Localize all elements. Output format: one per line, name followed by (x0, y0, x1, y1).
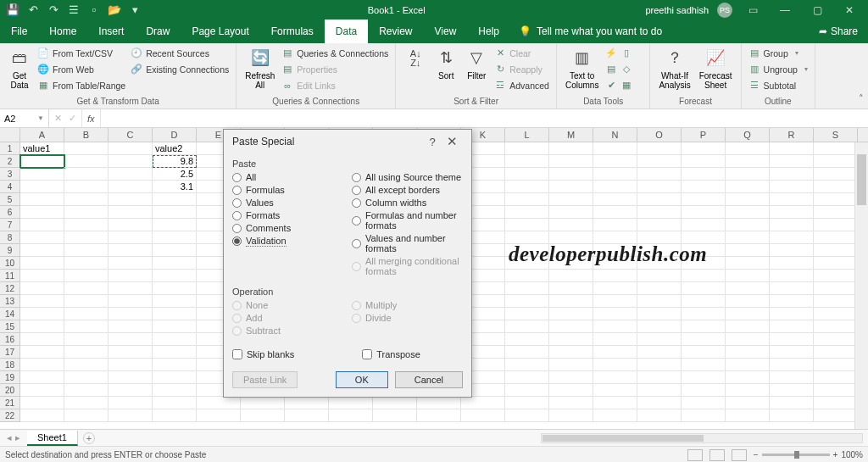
cell-D4[interactable]: 3.1 (153, 181, 197, 193)
row-header-15[interactable]: 15 (0, 320, 20, 333)
cell-S14[interactable] (814, 308, 858, 320)
cell-A12[interactable] (20, 282, 64, 295)
ribbon-options-icon[interactable]: ▭ (741, 3, 765, 18)
avatar[interactable]: PS (717, 3, 732, 18)
refresh-all-button[interactable]: 🔄Refresh All (243, 46, 276, 92)
cell-P18[interactable] (682, 359, 726, 371)
cell-R3[interactable] (770, 168, 814, 181)
cell-M11[interactable] (549, 270, 593, 282)
row-header-13[interactable]: 13 (0, 295, 20, 308)
fx-button[interactable]: fx (82, 109, 101, 127)
cell-D20[interactable] (153, 384, 197, 397)
cell-O9[interactable] (637, 244, 682, 257)
next-sheet-icon[interactable]: ▸ (15, 432, 20, 443)
sort-button[interactable]: ⇅Sort (433, 46, 459, 82)
cell-Q16[interactable] (726, 333, 770, 346)
cell-S9[interactable] (814, 244, 858, 257)
cell-H22[interactable] (329, 409, 373, 422)
cell-N5[interactable] (593, 193, 637, 206)
cell-M9[interactable] (549, 244, 593, 257)
cell-F21[interactable] (241, 397, 285, 409)
cell-Q8[interactable] (726, 231, 770, 244)
cell-O14[interactable] (637, 308, 682, 320)
cell-P21[interactable] (682, 397, 726, 409)
radio-comments[interactable]: Comments (232, 223, 343, 233)
cell-L2[interactable] (505, 155, 549, 168)
cell-P14[interactable] (682, 308, 726, 320)
existing-connections[interactable]: 🔗Existing Connections (131, 62, 229, 76)
row-header-14[interactable]: 14 (0, 308, 20, 320)
cell-B22[interactable] (64, 409, 108, 422)
cell-Q17[interactable] (726, 346, 770, 359)
cell-R2[interactable] (770, 155, 814, 168)
cell-S19[interactable] (814, 371, 858, 384)
cell-A2[interactable] (20, 155, 64, 168)
ok-button[interactable]: OK (336, 371, 388, 388)
cell-P10[interactable] (682, 257, 726, 270)
cell-Q21[interactable] (726, 397, 770, 409)
cell-O10[interactable] (637, 257, 682, 270)
cell-C10[interactable] (108, 257, 153, 270)
tab-help[interactable]: Help (467, 19, 510, 43)
cell-B15[interactable] (64, 320, 108, 333)
cell-P11[interactable] (682, 270, 726, 282)
cell-B9[interactable] (64, 244, 108, 257)
cell-S10[interactable] (814, 257, 858, 270)
cell-S20[interactable] (814, 384, 858, 397)
col-header-O[interactable]: O (637, 128, 682, 142)
cell-Q12[interactable] (726, 282, 770, 295)
close-icon[interactable]: ✕ (837, 3, 861, 18)
cell-O7[interactable] (637, 219, 682, 231)
formula-input[interactable] (101, 109, 868, 127)
recent-sources[interactable]: 🕘Recent Sources (131, 46, 229, 60)
cell-N13[interactable] (593, 295, 637, 308)
minimize-icon[interactable]: — (773, 3, 797, 18)
tab-page-layout[interactable]: Page Layout (181, 19, 259, 43)
cell-C1[interactable] (108, 142, 153, 155)
cell-L3[interactable] (505, 168, 549, 181)
col-header-B[interactable]: B (64, 128, 108, 142)
cell-L14[interactable] (505, 308, 549, 320)
cell-L4[interactable] (505, 181, 549, 193)
ungroup-button[interactable]: ▥Ungroup▾ (748, 62, 808, 76)
prev-sheet-icon[interactable]: ◂ (7, 432, 12, 443)
cell-A4[interactable] (20, 181, 64, 193)
user-name[interactable]: preethi sadhish (645, 5, 709, 15)
cell-O4[interactable] (637, 181, 682, 193)
help-icon[interactable]: ? (424, 136, 441, 148)
cell-M19[interactable] (549, 371, 593, 384)
cell-M21[interactable] (549, 397, 593, 409)
cell-N10[interactable] (593, 257, 637, 270)
normal-view-button[interactable] (687, 449, 703, 461)
tab-formulas[interactable]: Formulas (260, 19, 325, 43)
cell-B17[interactable] (64, 346, 108, 359)
cell-C9[interactable] (108, 244, 153, 257)
cell-D7[interactable] (153, 219, 197, 231)
cell-R10[interactable] (770, 257, 814, 270)
cell-O11[interactable] (637, 270, 682, 282)
tell-me[interactable]: 💡Tell me what you want to do (510, 19, 670, 43)
row-header-12[interactable]: 12 (0, 282, 20, 295)
subtotal-button[interactable]: ☰Subtotal (748, 78, 808, 92)
cell-I21[interactable] (373, 397, 417, 409)
cell-M3[interactable] (549, 168, 593, 181)
cell-P22[interactable] (682, 409, 726, 422)
cell-Q11[interactable] (726, 270, 770, 282)
data-validation[interactable]: ✔▦ (605, 78, 643, 92)
cell-A8[interactable] (20, 231, 64, 244)
cell-R1[interactable] (770, 142, 814, 155)
col-header-M[interactable]: M (549, 128, 593, 142)
cell-Q10[interactable] (726, 257, 770, 270)
zoom-slider[interactable] (762, 454, 830, 456)
cell-C22[interactable] (108, 409, 153, 422)
cell-B20[interactable] (64, 384, 108, 397)
cell-Q19[interactable] (726, 371, 770, 384)
cell-I22[interactable] (373, 409, 417, 422)
advanced[interactable]: ☲Advanced (494, 78, 549, 92)
cell-N7[interactable] (593, 219, 637, 231)
cell-M16[interactable] (549, 333, 593, 346)
cell-L10[interactable] (505, 257, 549, 270)
cell-R18[interactable] (770, 359, 814, 371)
cell-A13[interactable] (20, 295, 64, 308)
forecast-sheet-button[interactable]: 📈Forecast Sheet (698, 46, 734, 92)
